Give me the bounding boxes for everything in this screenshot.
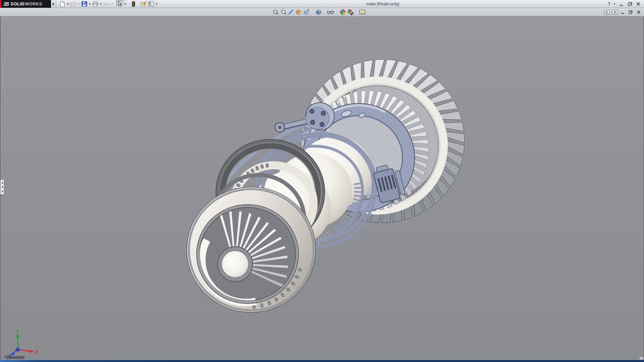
document-title: main [Read-only] xyxy=(366,1,399,6)
edit-appearance-button[interactable] xyxy=(339,9,346,15)
orientation-triad: Y X Z xyxy=(6,330,39,358)
minimize-icon xyxy=(619,2,624,6)
logo-text-solid: SOLID xyxy=(10,1,24,6)
triad-y-label: Y xyxy=(16,330,19,335)
stoplight-icon xyxy=(132,1,135,7)
doc-close-icon xyxy=(637,10,641,14)
options-dropdown-arrow[interactable] xyxy=(155,0,158,7)
new-dropdown-arrow[interactable] xyxy=(66,0,69,7)
restore-button[interactable] xyxy=(627,1,633,7)
expand-pane-button[interactable] xyxy=(612,10,618,15)
collapse-pane-button[interactable] xyxy=(604,10,610,15)
display-style-icon xyxy=(316,9,322,15)
heads-up-row xyxy=(0,8,644,16)
save-floppy-icon xyxy=(82,1,87,7)
view-settings-button[interactable] xyxy=(359,9,366,15)
doc-minimize-icon xyxy=(621,10,625,14)
display-style-button[interactable] xyxy=(315,9,322,15)
zoom-to-area-icon xyxy=(280,9,286,15)
new-document-button[interactable] xyxy=(58,0,66,7)
undo-button[interactable] xyxy=(103,0,110,7)
save-dropdown-arrow[interactable] xyxy=(88,0,92,7)
eyeglasses-icon xyxy=(327,10,334,14)
doc-close-button[interactable] xyxy=(636,9,642,15)
restore-icon xyxy=(628,2,633,6)
print-dropdown-arrow[interactable] xyxy=(99,0,103,7)
select-tool-button[interactable] xyxy=(116,0,124,7)
view-orientation-label: *Dimetric xyxy=(4,354,25,360)
select-dropdown-arrow[interactable] xyxy=(124,0,127,7)
section-view-button[interactable] xyxy=(295,9,303,15)
previous-view-button[interactable] xyxy=(287,9,295,15)
windows-taskbar-edge[interactable] xyxy=(0,360,644,362)
collapse-arrow-icon xyxy=(2,186,3,188)
menu-flyout-button[interactable] xyxy=(51,0,56,8)
dassault-3s-mark: 3S xyxy=(3,1,9,7)
resize-grip[interactable] xyxy=(639,357,644,360)
open-dropdown-arrow[interactable] xyxy=(77,0,80,7)
options-checklist-icon xyxy=(148,1,154,7)
document-window-controls xyxy=(604,9,642,15)
triad-x-label: X xyxy=(35,350,38,354)
solidworks-window: 3S SOLID WORKS xyxy=(0,0,644,362)
solidworks-logo: 3S SOLID WORKS xyxy=(0,0,51,8)
options-button[interactable] xyxy=(147,0,155,7)
sketch-note-button[interactable] xyxy=(140,0,147,7)
help-button[interactable]: ? xyxy=(608,1,611,7)
exhaust-nozzle xyxy=(187,187,316,312)
print-button[interactable] xyxy=(92,0,99,7)
hide-show-items-button[interactable] xyxy=(327,9,334,15)
pane-arrow-right-icon xyxy=(613,11,616,14)
doc-restore-icon xyxy=(628,10,633,14)
close-icon xyxy=(636,2,641,6)
flyout-arrow-icon xyxy=(53,3,54,5)
standard-toolbar xyxy=(58,0,158,8)
view-settings-icon xyxy=(359,9,366,15)
zoom-to-fit-icon xyxy=(273,9,279,15)
zoom-to-area-button[interactable] xyxy=(279,9,287,15)
new-document-icon xyxy=(59,1,65,7)
heads-up-view-toolbar xyxy=(272,9,366,15)
open-button[interactable] xyxy=(69,0,77,7)
minimize-button[interactable] xyxy=(619,1,625,7)
undo-arrow-icon xyxy=(104,1,110,7)
featuremanager-collapsed-tab[interactable] xyxy=(0,179,4,195)
doc-minimize-button[interactable] xyxy=(620,9,626,15)
pane-arrow-left-icon xyxy=(605,11,608,14)
jet-engine-model xyxy=(0,16,644,360)
graphics-area[interactable]: Y X Z *Dimetric xyxy=(0,16,644,360)
apply-scene-icon xyxy=(347,9,354,15)
previous-view-icon xyxy=(288,9,294,15)
undo-dropdown-arrow[interactable] xyxy=(110,0,114,7)
apply-scene-button[interactable] xyxy=(346,9,354,15)
open-folder-icon xyxy=(70,1,76,7)
collapse-arrow-icon xyxy=(2,190,3,192)
doc-restore-button[interactable] xyxy=(628,9,634,15)
zoom-to-fit-button[interactable] xyxy=(272,9,279,15)
print-icon xyxy=(92,1,99,7)
help-dropdown-arrow[interactable] xyxy=(613,0,616,7)
select-cursor-icon xyxy=(117,1,122,7)
collapse-arrow-icon xyxy=(2,182,3,184)
section-view-icon xyxy=(296,9,302,15)
logo-text-works: WORKS xyxy=(25,1,42,6)
edit-appearance-icon xyxy=(340,9,346,15)
close-button[interactable] xyxy=(635,1,641,7)
view-orientation-button[interactable] xyxy=(303,9,310,15)
title-bar: 3S SOLID WORKS xyxy=(0,0,644,8)
cone-hub-disc xyxy=(222,251,249,278)
app-window-controls: ? xyxy=(608,0,642,8)
view-orientation-icon xyxy=(303,9,310,15)
stoplight-button[interactable] xyxy=(129,0,137,7)
save-button[interactable] xyxy=(80,0,88,7)
sketch-note-icon xyxy=(140,1,147,7)
